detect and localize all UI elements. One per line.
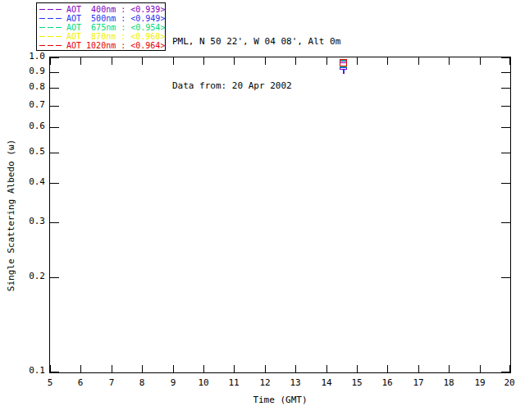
legend-entry-label: AOT 675nm : <0.954> <box>66 23 165 32</box>
y-tick-left <box>50 153 59 153</box>
y-tick-left <box>50 372 59 372</box>
y-axis-title-wrap: Single Scattering Albedo (ω) <box>0 57 23 373</box>
x-tick-top <box>449 57 450 65</box>
y-tick-left <box>50 183 59 184</box>
x-tick-label: 8 <box>130 378 154 388</box>
x-tick-label: 9 <box>161 378 185 388</box>
x-tick-bottom <box>418 365 419 372</box>
x-tick-top <box>50 57 51 65</box>
x-tick-top <box>480 57 481 65</box>
y-tick-left <box>50 57 59 58</box>
y-tick-right <box>501 88 510 89</box>
x-tick-label: 5 <box>38 378 62 388</box>
x-tick-bottom <box>173 365 174 372</box>
x-tick-top <box>112 57 112 65</box>
x-tick-top <box>509 57 510 65</box>
x-tick-top <box>203 57 204 65</box>
x-tick-bottom <box>357 365 358 372</box>
marker-stem-tip <box>343 72 345 74</box>
y-tick-left <box>50 277 59 278</box>
y-tick-right <box>501 57 510 58</box>
x-tick-bottom <box>80 365 81 372</box>
legend-row: AOT 1020nm : <0.964> <box>37 41 165 50</box>
y-tick-label: 0.5 <box>21 147 45 157</box>
x-tick-label: 14 <box>314 378 339 388</box>
ssa-time-series-plot: AOT 400nm : <0.939>AOT 500nm : <0.949>AO… <box>0 0 525 420</box>
y-tick-left <box>50 106 59 107</box>
x-tick-bottom <box>295 365 296 372</box>
x-tick-top <box>357 57 358 65</box>
y-tick-label: 0.7 <box>21 100 45 110</box>
x-tick-label: 6 <box>68 378 93 388</box>
legend-line-sample <box>39 18 62 19</box>
x-tick-bottom <box>234 365 235 372</box>
x-tick-top <box>234 57 235 65</box>
y-tick-right <box>501 106 510 107</box>
plot-frame <box>49 57 511 373</box>
y-tick-right <box>501 72 510 73</box>
x-tick-top <box>265 57 266 65</box>
legend-row: AOT 500nm : <0.949> <box>37 14 165 23</box>
y-tick-left <box>50 88 59 89</box>
y-tick-label: 0.1 <box>21 366 45 376</box>
legend-entry-label: AOT 500nm : <0.949> <box>66 14 165 23</box>
marker-aot-1020nm <box>340 59 347 66</box>
y-tick-left <box>50 72 59 73</box>
y-tick-label: 0.4 <box>21 177 45 187</box>
x-tick-label: 20 <box>497 378 522 388</box>
legend-box: AOT 400nm : <0.939>AOT 500nm : <0.949>AO… <box>36 2 166 51</box>
y-tick-label: 1.0 <box>21 52 45 62</box>
x-tick-label: 19 <box>468 378 492 388</box>
y-tick-left <box>50 222 59 223</box>
legend-entry-label: AOT 1020nm : <0.964> <box>66 41 165 50</box>
x-tick-top <box>326 57 327 65</box>
y-tick-label: 0.8 <box>21 82 45 92</box>
y-tick-left <box>50 127 59 128</box>
legend-rows: AOT 400nm : <0.939>AOT 500nm : <0.949>AO… <box>37 5 165 50</box>
x-tick-label: 10 <box>191 378 216 388</box>
y-tick-right <box>501 127 510 128</box>
x-tick-label: 18 <box>436 378 461 388</box>
site-location-text: PML, N 50 22', W 04 08', Alt 0m <box>172 34 340 49</box>
legend-entry-label: AOT 870nm : <0.960> <box>66 32 165 41</box>
x-tick-label: 17 <box>406 378 431 388</box>
x-tick-bottom <box>387 365 388 372</box>
y-tick-right <box>501 372 510 372</box>
legend-entry-label: AOT 400nm : <0.939> <box>66 5 165 14</box>
y-axis-title: Single Scattering Albedo (ω) <box>7 139 17 290</box>
legend-line-sample <box>39 9 62 10</box>
x-tick-top <box>387 57 388 65</box>
x-tick-bottom <box>326 365 327 372</box>
legend-row: AOT 675nm : <0.954> <box>37 23 165 32</box>
x-tick-label: 16 <box>375 378 399 388</box>
x-tick-top <box>295 57 296 65</box>
legend-line-sample <box>39 45 62 46</box>
legend-row: AOT 400nm : <0.939> <box>37 5 165 14</box>
x-tick-bottom <box>112 365 112 372</box>
x-tick-label: 7 <box>99 378 124 388</box>
y-tick-right <box>501 222 510 223</box>
y-tick-right <box>501 183 510 184</box>
x-tick-bottom <box>449 365 450 372</box>
x-tick-label: 11 <box>221 378 246 388</box>
y-tick-right <box>501 277 510 278</box>
y-tick-right <box>501 153 510 153</box>
y-tick-label: 0.3 <box>21 217 45 226</box>
legend-line-sample <box>39 27 62 28</box>
x-tick-bottom <box>265 365 266 372</box>
x-tick-top <box>142 57 143 65</box>
y-tick-label: 0.9 <box>21 66 45 76</box>
y-tick-label: 0.6 <box>21 121 45 131</box>
x-tick-bottom <box>203 365 204 372</box>
x-tick-top <box>418 57 419 65</box>
x-tick-label: 15 <box>345 378 369 388</box>
x-tick-label: 13 <box>283 378 308 388</box>
legend-row: AOT 870nm : <0.960> <box>37 32 165 41</box>
x-tick-bottom <box>480 365 481 372</box>
x-tick-bottom <box>142 365 143 372</box>
legend-line-sample <box>39 36 62 37</box>
x-tick-top <box>80 57 81 65</box>
y-tick-label: 0.2 <box>21 272 45 281</box>
x-tick-top <box>173 57 174 65</box>
x-axis-title: Time (GMT) <box>49 395 511 405</box>
